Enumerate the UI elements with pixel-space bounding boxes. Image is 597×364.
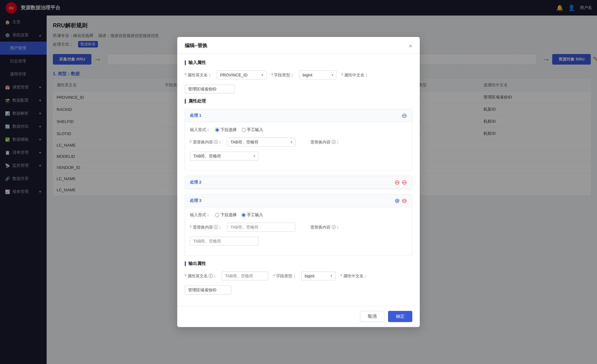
field2-label: 字段类型： — [271, 72, 294, 78]
modal-overlay: 编辑–替换 × 输入属性 属性英文名： PROVINCE_ID ▼ 字段类型： — [0, 0, 597, 364]
output-field1-label: 属性英文名 ⓘ： — [185, 273, 217, 279]
radio-group1: 下拉选择 手工输入 — [215, 127, 263, 133]
field-type-select[interactable]: bigint varchar int — [299, 71, 336, 80]
field2-select-wrap: bigint varchar int ▼ — [299, 71, 336, 80]
attr-english-name-select[interactable]: PROVINCE_ID — [217, 71, 266, 80]
minus2-button[interactable]: ⊖ — [395, 179, 400, 185]
add3-button[interactable]: ⊕ — [395, 198, 400, 204]
field1-label: 属性英文名： — [185, 72, 212, 78]
output-attr-english-input[interactable] — [222, 271, 268, 280]
output-field2-label: 字段类型： — [273, 273, 296, 279]
replace-to-select1-wrap: TAB符、空格符 空格符 ▼ — [190, 152, 258, 161]
input-type-label1: 输入形式： — [190, 127, 210, 133]
output-attr-heading: 输出属性 — [185, 261, 412, 266]
replace-from-select1[interactable]: TAB符、空格符 空格符 TAB符 — [227, 138, 295, 147]
process1-replace-row: 需替换内容 ⓘ： TAB符、空格符 空格符 TAB符 ▼ 需替换内容 ⓘ： — [190, 138, 407, 161]
replace-to-input3[interactable] — [190, 237, 258, 246]
process3-section: 处理 3 ⊕ ⊖ 输入形式： 下拉选择 — [185, 194, 412, 256]
replace-from-select1-wrap: TAB符、空格符 空格符 TAB符 ▼ — [227, 138, 295, 147]
delete2-button[interactable]: ⊖ — [402, 179, 407, 185]
process2-title: 处理 2 — [190, 180, 201, 185]
process1-body: 输入形式： 下拉选择 手工输入 — [185, 122, 412, 171]
attr-process-heading: 属性处理 — [185, 98, 412, 104]
process3-buttons: ⊕ ⊖ — [395, 198, 407, 204]
replace-to-label3: 需替换内容 ⓘ： — [310, 225, 340, 230]
modal-header: 编辑–替换 × — [177, 37, 420, 54]
edit-modal: 编辑–替换 × 输入属性 属性英文名： PROVINCE_ID ▼ 字段类型： — [177, 37, 420, 327]
radio1-manual[interactable]: 手工输入 — [242, 127, 263, 133]
close-button[interactable]: × — [409, 43, 412, 49]
replace-from-label1: 需替换内容 ⓘ： — [190, 139, 222, 145]
radio-group3: 下拉选择 手工输入 — [215, 212, 263, 218]
process1-header: 处理 1 ⊖ — [185, 109, 412, 122]
radio3-dropdown[interactable]: 下拉选择 — [215, 212, 237, 218]
field3-label: 属性中文名： — [341, 72, 368, 78]
minus3-button[interactable]: ⊖ — [402, 198, 407, 204]
process2-header: 处理 2 ⊖ ⊖ — [185, 176, 412, 189]
output-field2-select-wrap: bigint varchar ▼ — [301, 271, 336, 280]
process2-buttons: ⊖ ⊖ — [395, 179, 407, 185]
process3-replace-row: 需替换内容 ⓘ： 需替换内容 ⓘ： — [190, 223, 407, 246]
field1-select-wrap: PROVINCE_ID ▼ — [217, 71, 266, 80]
process3-radio-row: 输入形式： 下拉选择 手工输入 — [190, 212, 407, 218]
output-field-type-select[interactable]: bigint varchar — [301, 271, 336, 280]
process1-title: 处理 1 — [190, 113, 201, 118]
process1-section: 处理 1 ⊖ 输入形式： 下拉选择 手工输入 — [185, 109, 412, 171]
modal-title: 编辑–替换 — [185, 43, 207, 49]
attr-chinese-name-input[interactable] — [185, 84, 234, 93]
input-attr-heading: 输入属性 — [185, 60, 412, 66]
process3-body: 输入形式： 下拉选择 手工输入 — [185, 207, 412, 256]
replace-from-input3[interactable] — [227, 223, 295, 232]
process2-section: 处理 2 ⊖ ⊖ — [185, 176, 412, 189]
replace-from-label3: 需替换内容 ⓘ： — [190, 225, 222, 230]
replace-to-label1: 需替换内容 ⓘ： — [310, 139, 340, 145]
process3-title: 处理 3 — [190, 198, 201, 203]
output-field3-label: 属性中文名： — [340, 273, 368, 279]
modal-body: 输入属性 属性英文名： PROVINCE_ID ▼ 字段类型： bigint v… — [177, 54, 420, 306]
input-type-label3: 输入形式： — [190, 212, 210, 218]
replace-to-select1[interactable]: TAB符、空格符 空格符 — [190, 152, 258, 161]
input-attr-form-row: 属性英文名： PROVINCE_ID ▼ 字段类型： bigint varcha… — [185, 71, 412, 93]
output-attr-form-row: 属性英文名 ⓘ： 字段类型： bigint varchar ▼ 属性中文名： — [185, 271, 412, 294]
process1-radio-row: 输入形式： 下拉选择 手工输入 — [190, 127, 407, 133]
confirm-button[interactable]: 确定 — [388, 311, 412, 322]
modal-footer: 取消 确定 — [177, 306, 420, 327]
output-attr-chinese-input[interactable] — [185, 285, 231, 294]
cancel-button[interactable]: 取消 — [360, 311, 384, 322]
collapse1-button[interactable]: ⊖ — [402, 112, 407, 119]
process3-header: 处理 3 ⊕ ⊖ — [185, 194, 412, 207]
radio1-dropdown[interactable]: 下拉选择 — [215, 127, 237, 133]
radio3-manual[interactable]: 手工输入 — [242, 212, 263, 218]
